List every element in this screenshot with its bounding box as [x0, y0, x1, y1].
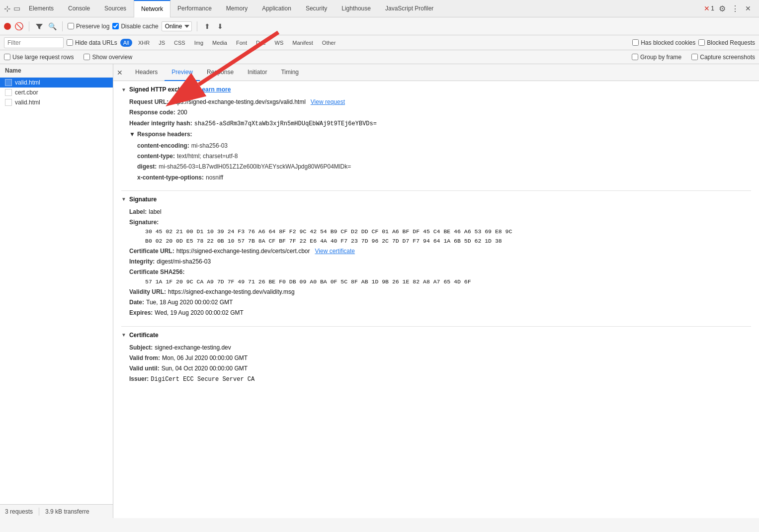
sub-tab-headers[interactable]: Headers — [128, 64, 165, 81]
learn-more-link[interactable]: Learn more — [198, 85, 231, 94]
valid-from-row: Valid from: Mon, 06 Jul 2020 00:00:00 GM… — [121, 354, 751, 363]
tab-security[interactable]: Security — [299, 0, 335, 17]
response-code-label: Response code: — [129, 108, 175, 117]
valid-from-value: Mon, 06 Jul 2020 00:00:00 GMT — [162, 354, 248, 363]
capture-screenshots-checkbox[interactable] — [691, 54, 698, 60]
filter-type-xhr[interactable]: XHR — [135, 39, 153, 47]
hide-data-urls-label[interactable]: Hide data URLs — [67, 39, 117, 46]
transfer-size: 3.9 kB transferre — [45, 508, 89, 515]
use-large-rows-checkbox[interactable] — [4, 54, 10, 60]
group-by-frame-label[interactable]: Group by frame — [632, 54, 681, 61]
name-column-header: Name — [0, 64, 113, 78]
date-row: Date: Tue, 18 Aug 2020 00:00:02 GMT — [121, 298, 751, 307]
digest-value: mi-sha256-03=LB7wdlH051Z1Ze600lbYAEYsckW… — [159, 162, 351, 172]
inspect-icon[interactable]: ⊹ — [2, 3, 12, 13]
filter-type-manifest[interactable]: Manifest — [289, 39, 316, 47]
view-certificate-link[interactable]: View certificate — [315, 247, 355, 256]
certificate-section: ▼ Certificate Subject: signed-exchange-t… — [121, 331, 751, 385]
list-item-valid-html-1[interactable]: valid.html — [0, 78, 113, 88]
tab-js-profiler[interactable]: JavaScript Profiler — [378, 0, 441, 17]
content-type-label: content-type: — [137, 152, 175, 161]
filter-type-doc[interactable]: Doc — [253, 39, 269, 47]
tab-application[interactable]: Application — [255, 0, 299, 17]
filter-type-media[interactable]: Media — [209, 39, 230, 47]
preserve-log-checkbox[interactable] — [68, 23, 74, 29]
import-button[interactable]: ⬆ — [202, 21, 212, 31]
sub-tab-timing[interactable]: Timing — [274, 64, 306, 81]
filter-type-js[interactable]: JS — [156, 39, 168, 47]
filter-type-css[interactable]: CSS — [171, 39, 188, 47]
has-blocked-cookies-checkbox[interactable] — [632, 39, 639, 46]
signature-label-label: Label: — [129, 207, 147, 217]
show-overview-checkbox[interactable] — [84, 54, 90, 60]
signature-header: ▼ Signature — [121, 195, 751, 204]
hide-data-urls-checkbox[interactable] — [67, 39, 73, 46]
tab-sources[interactable]: Sources — [97, 0, 134, 17]
close-devtools-icon[interactable]: ✕ — [743, 3, 753, 13]
signed-exchange-header: ▼ Signed HTTP exchange Learn more — [121, 85, 751, 94]
section-divider-1 — [121, 190, 751, 191]
settings-icon[interactable]: ⚙ — [717, 3, 727, 13]
tab-network[interactable]: Network — [134, 0, 170, 17]
group-by-frame-checkbox[interactable] — [632, 54, 638, 60]
throttle-select[interactable]: Online — [162, 21, 192, 31]
content-type-value: text/html; charset=utf-8 — [177, 152, 238, 161]
filter-input[interactable] — [4, 37, 64, 48]
show-overview-label[interactable]: Show overview — [84, 54, 132, 61]
blocked-requests-checkbox[interactable] — [698, 39, 705, 46]
disable-cache-checkbox[interactable] — [112, 23, 119, 29]
device-icon[interactable]: ▭ — [12, 3, 22, 13]
sub-tab-response[interactable]: Response — [200, 64, 241, 81]
item-icon-1 — [5, 79, 12, 86]
signature-title: Signature — [129, 195, 157, 204]
record-button[interactable] — [4, 23, 11, 30]
use-large-rows-label[interactable]: Use large request rows — [4, 54, 74, 61]
capture-screenshots-label[interactable]: Capture screenshots — [691, 54, 755, 61]
header-x-content-type: x-content-type-options: nosniff — [137, 173, 751, 182]
header-content-type: content-type: text/html; charset=utf-8 — [137, 152, 751, 161]
main-area: Name valid.html cert.cbor valid.html 3 r… — [0, 64, 759, 518]
disable-cache-label[interactable]: Disable cache — [112, 23, 158, 30]
filter-type-font[interactable]: Font — [233, 39, 250, 47]
export-button[interactable]: ⬇ — [215, 21, 225, 31]
toolbar-divider-2 — [62, 21, 63, 31]
header-content-encoding: content-encoding: mi-sha256-03 — [137, 141, 751, 151]
filter-type-all[interactable]: All — [120, 39, 132, 47]
tab-console[interactable]: Console — [61, 0, 97, 17]
valid-until-label: Valid until: — [129, 364, 160, 373]
search-button[interactable]: 🔍 — [47, 21, 57, 31]
tab-memory[interactable]: Memory — [219, 0, 255, 17]
list-item-cert-cbor[interactable]: cert.cbor — [0, 88, 113, 97]
filter-button[interactable] — [34, 21, 44, 31]
preserve-log-label[interactable]: Preserve log — [68, 23, 109, 30]
filter-type-img[interactable]: Img — [191, 39, 206, 47]
certificate-url-row: Certificate URL: https://signed-exchange… — [121, 247, 751, 256]
has-blocked-cookies-label[interactable]: Has blocked cookies — [632, 39, 695, 46]
clear-button[interactable]: 🚫 — [14, 21, 24, 31]
more-icon[interactable]: ⋮ — [730, 3, 740, 13]
response-code-row: Response code: 200 — [121, 108, 751, 117]
close-detail-button[interactable]: ✕ — [115, 68, 124, 77]
cert-sha256-value: 57 1A 1F 20 9C CA A9 7D 7F 49 71 26 BE F… — [129, 277, 471, 286]
view-request-link[interactable]: View request — [311, 97, 345, 107]
date-value: Tue, 18 Aug 2020 00:00:02 GMT — [146, 298, 233, 307]
cert-sha256-label: Certificate SHA256: — [129, 267, 184, 277]
signed-exchange-title: Signed HTTP exchange — [129, 85, 195, 94]
status-divider — [39, 508, 39, 516]
left-panel: Name valid.html cert.cbor valid.html 3 r… — [0, 64, 113, 518]
sub-tab-preview[interactable]: Preview — [165, 64, 200, 81]
filter-type-other[interactable]: Other — [319, 39, 339, 47]
tab-performance[interactable]: Performance — [170, 0, 219, 17]
error-badge[interactable]: ✕ 1 — [704, 4, 714, 12]
tab-lighthouse[interactable]: Lighthouse — [335, 0, 378, 17]
network-toolbar: 🚫 🔍 Preserve log Disable cache Online ⬆ … — [0, 17, 759, 35]
list-item-valid-html-2[interactable]: valid.html — [0, 97, 113, 107]
sub-tab-initiator[interactable]: Initiator — [241, 64, 274, 81]
filter-type-ws[interactable]: WS — [272, 39, 287, 47]
header-integrity-value: sha256-aSdRm3m7qXtaWb3xjRn5mHDUqEbWAj9t9… — [194, 119, 377, 129]
triangle-icon-2: ▼ — [129, 130, 135, 139]
blocked-requests-label[interactable]: Blocked Requests — [698, 39, 755, 46]
tab-elements[interactable]: Elements — [22, 0, 61, 17]
status-bar: 3 requests 3.9 kB transferre — [0, 504, 113, 518]
filter-bar: Hide data URLs All XHR JS CSS Img Media … — [0, 35, 759, 50]
